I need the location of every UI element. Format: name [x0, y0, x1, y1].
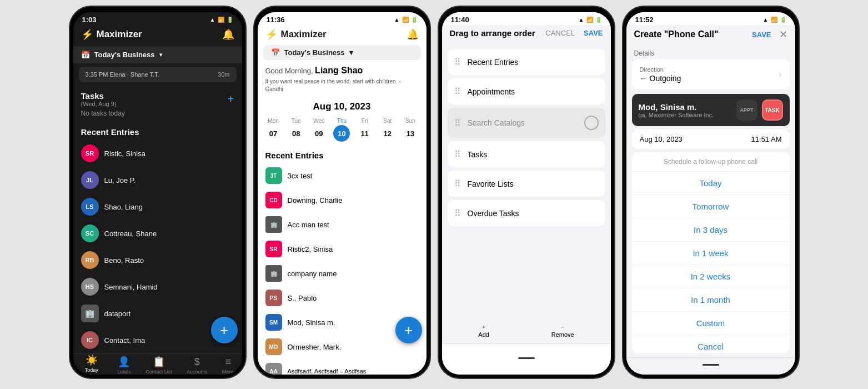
cal-wed[interactable]: Wed 09	[309, 118, 329, 142]
option-2weeks[interactable]: In 2 weeks	[632, 265, 790, 288]
business-bar-1[interactable]: 📅 Today's Business ▾	[73, 46, 242, 63]
contact-row-hs[interactable]: HS Semnani, Hamid	[73, 273, 242, 300]
header-2: ⚡ Maximizer 🔔	[258, 25, 427, 45]
entry-3t[interactable]: 3T 3cx test	[258, 163, 427, 188]
contact-row-ls[interactable]: LS Shao, Liang	[73, 193, 242, 220]
contact-row-sc[interactable]: SC Cottreau, Shane	[73, 220, 242, 247]
drag-item-recent[interactable]: ⠿ Recent Entries	[448, 49, 605, 75]
nav-accounts-1[interactable]: $ Accounts	[187, 356, 207, 375]
drag-item-catalogs[interactable]: ⠿ Search Catalogs	[448, 108, 605, 138]
cal-mon[interactable]: Mon 07	[263, 118, 283, 142]
add-task-button[interactable]: +	[228, 93, 234, 106]
contact-name-ls: Shao, Liang	[104, 203, 143, 211]
drag-item-appointments[interactable]: ⠿ Appointments	[448, 78, 605, 104]
wifi-icon-3: ▲	[579, 17, 584, 23]
entry-text-ps: S., Pablo	[288, 294, 317, 302]
contact-row-rb[interactable]: RB Beno, Rasto	[73, 247, 242, 273]
cal-sun-num: 13	[402, 125, 419, 142]
badge-sr2: SR	[265, 241, 282, 257]
close-button-4[interactable]: ✕	[779, 28, 787, 41]
entry-acc[interactable]: 🏢 Acc man test	[258, 212, 427, 237]
cancel-button-3[interactable]: CANCEL	[545, 29, 575, 37]
drag-item-overdue[interactable]: ⠿ Overdue Tasks	[448, 200, 605, 226]
date-value: Aug 10, 2023	[640, 135, 683, 143]
bell-icon-2[interactable]: 🔔	[407, 28, 419, 41]
drag-label-favorites: Favorite Lists	[468, 179, 514, 188]
bottom-nav-4	[626, 357, 795, 375]
home-indicator-3	[518, 357, 535, 359]
drag-item-tasks[interactable]: ⠿ Tasks	[448, 141, 605, 167]
nav-menu-label-1: Menu	[222, 369, 235, 375]
fab-button-2[interactable]: +	[395, 317, 422, 343]
nav-today-1[interactable]: ☀️ Today	[81, 354, 103, 375]
fab-button-1[interactable]: +	[211, 317, 238, 343]
cal-sat-name: Sat	[383, 118, 392, 124]
cal-sun[interactable]: Sun 13	[400, 118, 420, 142]
chevron-right-icon: ›	[779, 69, 781, 79]
save-button-3[interactable]: SAVE	[584, 29, 603, 37]
drag-label-catalogs: Search Catalogs	[468, 118, 525, 127]
save-button-4[interactable]: SAVE	[752, 31, 771, 39]
header-4: Create "Phone Call" SAVE ✕	[626, 25, 795, 46]
status-bar-3: 11:40 ▲ 📶 🔋	[442, 12, 611, 25]
entry-text-sm: Mod, Sinisa m.	[288, 318, 335, 327]
bell-icon-1[interactable]: 🔔	[222, 28, 234, 41]
status-time-1: 1:03	[82, 16, 97, 24]
drag-item-favorites[interactable]: ⠿ Favorite Lists	[448, 171, 605, 197]
tasks-empty: No tasks today	[81, 109, 234, 117]
menu-icon-1: ≡	[225, 356, 232, 368]
entry-sr2[interactable]: SR Ristic2, Sinisa	[258, 237, 427, 261]
add-icon: +	[482, 323, 485, 330]
phone-1: 1:03 ▲ 📶 🔋 ⚡ Maximizer 🔔 📅 Today's Busin…	[69, 6, 247, 379]
direction-row[interactable]: Direction ← Outgoing ›	[632, 59, 790, 89]
nav-leads-1[interactable]: 👤 Leads	[117, 356, 131, 375]
calendar-week: Mon 07 Tue 08 Wed 09 Thu 10 Fri 11 Sat 1…	[258, 116, 427, 146]
option-1month[interactable]: In 1 month	[632, 288, 790, 312]
avatar-sr: SR	[81, 144, 99, 162]
option-custom[interactable]: Custom	[632, 312, 790, 335]
appt-button[interactable]: APPT	[736, 99, 757, 121]
date-row: Aug 10, 2023 11:51 AM	[632, 129, 790, 149]
option-3days[interactable]: In 3 days	[632, 218, 790, 242]
business-bar-2[interactable]: 📅 Today's Business ▾	[263, 45, 421, 60]
badge-3t: 3T	[265, 167, 282, 184]
entry-cd[interactable]: CD Downing, Charlie	[258, 188, 427, 212]
nav-contact-1[interactable]: 📋 Contact List	[145, 356, 172, 375]
entry-aa[interactable]: AA Asdfsadf, Asdfsadf – Asdfsas	[258, 359, 427, 375]
cal-thu[interactable]: Thu 10	[332, 118, 352, 142]
option-1week[interactable]: In 1 week	[632, 242, 790, 265]
entry-text-3t: 3cx test	[288, 172, 313, 180]
drag-label-tasks: Tasks	[468, 150, 488, 159]
cal-mon-num: 07	[265, 125, 282, 142]
direction-label: Direction	[640, 66, 681, 73]
nav-today-label-1: Today	[85, 367, 98, 373]
contact-name-sr: Ristic, Sinisa	[104, 149, 145, 158]
cal-thu-name: Thu	[337, 118, 347, 124]
drag-title: Drag to arrange order	[450, 28, 535, 38]
greeting: Good Morning, Liang Shao	[258, 60, 427, 78]
cal-tue[interactable]: Tue 08	[286, 118, 306, 142]
notification-row[interactable]: 3:35 PM Elena · Shane T.T. 30m	[79, 67, 237, 82]
option-today[interactable]: Today	[632, 172, 790, 195]
follow-up-label: Schedule a follow-up phone call	[632, 152, 790, 172]
contact-row-jl[interactable]: JL Lu, Joe P.	[73, 167, 242, 193]
signal-icon-3: 📶	[586, 17, 593, 23]
option-tomorrow[interactable]: Tomorrow	[632, 195, 790, 218]
entry-text-aa: Asdfsadf, Asdfsadf – Asdfsas	[288, 368, 367, 375]
contact-row-sr[interactable]: SR Ristic, Sinisa	[73, 140, 242, 167]
remove-button-3[interactable]: − Remove	[551, 323, 574, 338]
cal-sat[interactable]: Sat 12	[378, 118, 398, 142]
task-button[interactable]: TASK	[762, 99, 783, 121]
add-button-3[interactable]: + Add	[478, 323, 489, 338]
cal-fri[interactable]: Fri 11	[355, 118, 375, 142]
avatar-rb: RB	[81, 251, 99, 269]
entry-ps[interactable]: PS S., Pablo	[258, 286, 427, 310]
recent-entries-title-1: Recent Entries	[73, 122, 242, 140]
contact-name-ic: Contact, Ima	[104, 336, 145, 345]
entry-co[interactable]: 🏢 company name	[258, 261, 427, 286]
contact-name-hs: Semnani, Hamid	[104, 283, 158, 291]
option-cancel[interactable]: Cancel	[632, 335, 790, 353]
drag-handle-appointments: ⠿	[454, 86, 461, 97]
nav-menu-1[interactable]: ≡ Menu	[222, 356, 235, 375]
contact-card[interactable]: Mod, Sinisa m. qa, Maximizer Software In…	[632, 94, 790, 126]
